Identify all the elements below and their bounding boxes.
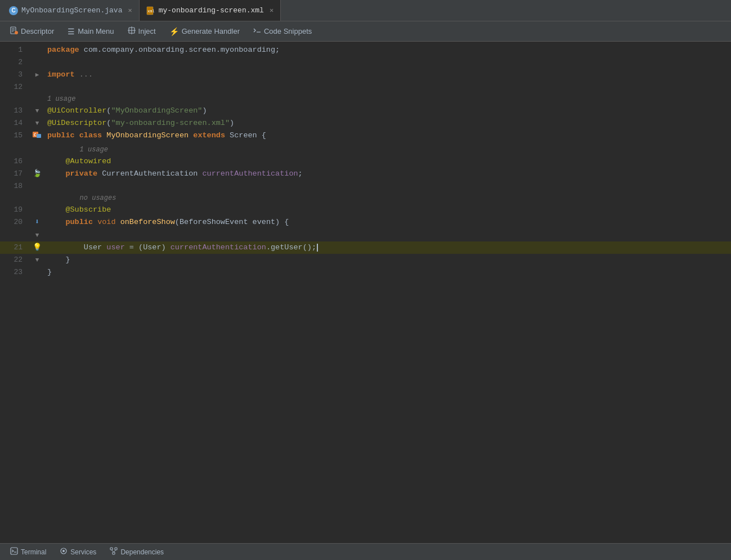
svg-rect-19 [115, 548, 117, 550]
generate-handler-label: Generate Handler [182, 27, 240, 35]
line-content-1: package com.company.onboarding.screen.my… [45, 44, 731, 56]
download-icon-20: ⬇ [35, 216, 39, 229]
tab-xml-close[interactable]: ✕ [270, 6, 273, 15]
tab-bar: C MyOnboardingScreen.java ✕ xml my-onboa… [0, 0, 731, 21]
gutter-17: 🍃 [29, 168, 45, 180]
terminal-button[interactable]: Terminal [5, 545, 52, 558]
code-snippets-icon [253, 26, 261, 36]
generate-handler-button[interactable]: ⚡ Generate Handler [164, 25, 245, 38]
line-number-19: 19 [0, 204, 29, 216]
status-bar: Terminal Services Dependencies [0, 543, 731, 560]
code-line-14: 14 ▼ @UiDescriptor("my-onboarding-screen… [0, 117, 731, 129]
code-line-2: 2 [0, 56, 731, 69]
code-line-3: 3 ▶ import ... [0, 69, 731, 81]
class-gutter-icon: C [32, 129, 42, 144]
inject-button[interactable]: Inject [122, 24, 162, 38]
svg-line-22 [114, 550, 116, 552]
leaf-icon-17: 🍃 [33, 168, 42, 180]
annotation-nousages-text: no usages [45, 194, 731, 202]
code-line-18: 18 [0, 180, 731, 192]
tab-xml-label: my-onboarding-screen.xml [159, 6, 264, 15]
descriptor-label: Descriptor [21, 27, 54, 35]
annotation-1usage-text: 1 usage [45, 95, 731, 103]
code-editor[interactable]: 1 package com.company.onboarding.screen.… [0, 42, 731, 543]
services-label: Services [70, 548, 96, 556]
line-content-2 [45, 56, 731, 69]
line-number-1: 1 [0, 44, 29, 56]
main-menu-button[interactable]: ☰ Main Menu [62, 25, 119, 38]
code-line-20: 20 ⬇ ▼ public void onBeforeShow(BeforeSh… [0, 216, 731, 241]
svg-point-17 [62, 550, 65, 552]
line-content-13: @UiController("MyOnboardingScreen") [45, 105, 731, 117]
code-snippets-label: Code Snippets [264, 27, 312, 35]
gutter-20: ⬇ ▼ [29, 216, 45, 241]
descriptor-icon [10, 26, 18, 36]
java-icon: C [9, 6, 18, 15]
line-content-20: public void onBeforeShow(BeforeShowEvent… [45, 216, 731, 229]
inject-label: Inject [138, 27, 156, 35]
collapse-13-icon[interactable]: ▼ [35, 105, 39, 117]
line-number-21: 21 [0, 241, 29, 254]
collapse-20-icon[interactable]: ▼ [35, 229, 39, 241]
tab-java-close[interactable]: ✕ [128, 6, 132, 15]
editor-area: 1 package com.company.onboarding.screen.… [0, 42, 731, 543]
code-line-1: 1 package com.company.onboarding.screen.… [0, 44, 731, 56]
line-content-15: public class MyOnboardingScreen extends … [45, 129, 731, 142]
line-number-3: 3 [0, 69, 29, 81]
terminal-icon [10, 547, 18, 557]
code-line-16: 16 @Autowired [0, 155, 731, 168]
code-line-17: 17 🍃 private CurrentAuthentication curre… [0, 168, 731, 180]
svg-text:xml: xml [147, 9, 155, 14]
line-number-13: 13 [0, 105, 29, 117]
services-icon [60, 547, 68, 557]
tab-java[interactable]: C MyOnboardingScreen.java ✕ [2, 0, 140, 21]
gutter-13: ▼ [29, 105, 45, 117]
xml-icon: xml [146, 6, 155, 15]
collapse-14-icon[interactable]: ▼ [35, 117, 39, 129]
line-content-18 [45, 180, 731, 192]
line-content-14: @UiDescriptor("my-onboarding-screen.xml"… [45, 117, 731, 129]
line-number-17: 17 [0, 168, 29, 180]
collapse-import-icon[interactable]: ▶ [35, 69, 39, 81]
annotation-nousages: no usages [0, 192, 731, 204]
line-content-17: private CurrentAuthentication currentAut… [45, 168, 731, 180]
svg-line-21 [111, 550, 114, 552]
svg-point-6 [15, 31, 18, 34]
gutter-21: 💡 [29, 241, 45, 254]
line-number-14: 14 [0, 117, 29, 129]
code-snippets-button[interactable]: Code Snippets [248, 24, 317, 38]
line-number-12: 12 [0, 81, 29, 93]
main-menu-icon: ☰ [68, 27, 75, 36]
generate-handler-icon: ⚡ [169, 27, 179, 36]
gutter-15: C [29, 129, 45, 144]
line-content-21: User user = (User) currentAuthentication… [45, 241, 731, 254]
line-number-22: 22 [0, 254, 29, 266]
terminal-label: Terminal [21, 548, 46, 556]
gutter-14: ▼ [29, 117, 45, 129]
dependencies-button[interactable]: Dependencies [104, 545, 169, 558]
services-button[interactable]: Services [54, 545, 102, 558]
code-line-21: 21 💡 User user = (User) currentAuthentic… [0, 241, 731, 254]
svg-rect-12 [37, 134, 41, 138]
code-line-12: 12 [0, 81, 731, 93]
line-number-16: 16 [0, 155, 29, 168]
tab-xml[interactable]: xml my-onboarding-screen.xml ✕ [140, 0, 281, 21]
annotation-1usage-inner-text: 1 usage [45, 146, 731, 154]
descriptor-button[interactable]: Descriptor [5, 24, 60, 38]
line-content-22: } [45, 254, 731, 266]
line-content-3: import ... [45, 69, 731, 81]
lightbulb-icon-21: 💡 [33, 241, 42, 254]
collapse-22-icon[interactable]: ▼ [35, 254, 39, 266]
line-number-20: 20 [0, 216, 29, 229]
line-content-19: @Subscribe [45, 204, 731, 216]
tab-java-label: MyOnboardingScreen.java [21, 6, 122, 15]
annotation-1usage: 1 usage [0, 93, 731, 105]
line-number-15: 15 [0, 129, 29, 142]
dependencies-label: Dependencies [120, 548, 164, 556]
inject-icon [128, 26, 136, 36]
code-line-23: 23 } [0, 266, 731, 279]
gutter-22: ▼ [29, 254, 45, 266]
gutter-3: ▶ [29, 69, 45, 81]
annotation-1usage-inner: 1 usage [0, 144, 731, 155]
line-content-23: } [45, 266, 731, 279]
